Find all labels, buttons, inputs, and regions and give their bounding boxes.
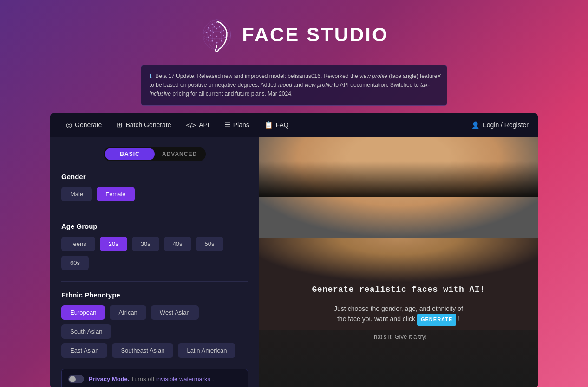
svg-point-24	[210, 35, 211, 36]
age-group-pills: Teens 20s 30s 40s 50s 60s	[61, 237, 248, 270]
privacy-toggle[interactable]	[68, 375, 84, 383]
logo-container: FACE STUDIO	[199, 14, 388, 56]
face-image-top	[259, 137, 538, 238]
faq-icon: 📋	[264, 121, 273, 129]
info-icon: ℹ	[150, 73, 152, 79]
nav-api-label: API	[199, 121, 209, 129]
nav-api[interactable]: </> API	[179, 117, 216, 133]
svg-point-27	[216, 36, 217, 37]
ethnicity-european[interactable]: European	[61, 305, 105, 320]
privacy-mode-label: Privacy Mode.	[89, 375, 129, 382]
ethnic-phenotype-title: Ethnic Phenotype	[61, 291, 248, 299]
face-image-bottom: Generate realistic faces with AI! Just c…	[259, 238, 538, 387]
svg-point-28	[220, 32, 221, 33]
ethnicity-latin-american[interactable]: Latin American	[178, 343, 235, 358]
nav-plans[interactable]: ☰ Plans	[218, 117, 256, 133]
svg-point-18	[214, 26, 215, 27]
gender-title: Gender	[61, 173, 248, 181]
age-group-title: Age Group	[61, 222, 248, 230]
user-icon: 👤	[471, 121, 479, 129]
api-icon: </>	[186, 121, 196, 129]
svg-point-26	[213, 32, 214, 33]
svg-point-15	[208, 37, 209, 38]
privacy-mode-row: Privacy Mode. Turns off invisible waterm…	[61, 369, 248, 387]
ethnic-phenotype-pills-row1: European African West Asian South Asian	[61, 305, 248, 339]
header: FACE STUDIO	[0, 0, 588, 65]
overlay-content: Generate realistic faces with AI! Just c…	[303, 276, 495, 349]
gender-pills: Male Female	[61, 187, 248, 201]
svg-point-23	[214, 39, 215, 39]
svg-point-22	[219, 39, 220, 39]
nav-generate-label: Generate	[75, 121, 102, 129]
svg-point-14	[212, 40, 213, 42]
logo-icon	[199, 14, 236, 56]
nav-batch-generate[interactable]: ⊞ Batch Generate	[110, 117, 177, 133]
privacy-highlight: invisible watermarks	[156, 375, 210, 382]
svg-point-19	[219, 26, 220, 27]
ethnic-phenotype-section: Ethnic Phenotype European African West A…	[61, 291, 248, 358]
ethnic-phenotype-pills-row2: East Asian Southeast Asian Latin America…	[61, 343, 248, 358]
gender-female[interactable]: Female	[97, 187, 134, 201]
generate-inline-badge: GENERATE	[417, 314, 456, 326]
nav-plans-label: Plans	[233, 121, 249, 129]
ethnicity-south-asian[interactable]: South Asian	[61, 324, 111, 339]
generate-icon: ◎	[66, 121, 72, 129]
batch-icon: ⊞	[117, 121, 123, 129]
overlay-desc: Just choose the gender, age, and ethnici…	[312, 303, 485, 326]
navbar: ◎ Generate ⊞ Batch Generate </> API ☰ Pl…	[50, 113, 538, 137]
age-30s[interactable]: 30s	[132, 237, 159, 251]
privacy-desc1: Turns off	[131, 375, 156, 382]
nav-batch-label: Batch Generate	[125, 121, 171, 129]
tab-switcher: BASIC ADVANCED	[104, 147, 206, 161]
age-60s[interactable]: 60s	[61, 256, 89, 270]
svg-point-20	[223, 30, 224, 31]
ethnicity-southeast-asian[interactable]: Southeast Asian	[112, 343, 173, 358]
left-panel: BASIC ADVANCED Gender Male Female Age Gr…	[50, 137, 259, 387]
svg-point-17	[210, 30, 211, 31]
svg-point-25	[216, 28, 217, 29]
divider-2	[61, 281, 248, 282]
tab-basic[interactable]: BASIC	[105, 148, 155, 160]
gender-section: Gender Male Female	[61, 173, 248, 201]
logo-text: FACE STUDIO	[242, 24, 388, 46]
svg-point-5	[208, 27, 209, 29]
nav-generate[interactable]: ◎ Generate	[59, 117, 108, 133]
toggle-knob	[69, 376, 76, 382]
login-register-button[interactable]: 👤 Login / Register	[471, 121, 529, 129]
svg-point-13	[216, 42, 218, 44]
announcement-banner: ℹ Beta 17 Update: Released new and impro…	[141, 65, 447, 106]
app-container: ◎ Generate ⊞ Batch Generate </> API ☰ Pl…	[50, 113, 538, 387]
gender-male[interactable]: Male	[61, 187, 92, 201]
banner-text: Beta 17 Update: Released new and improve…	[150, 73, 437, 97]
close-banner-button[interactable]: ×	[437, 70, 441, 82]
svg-point-16	[206, 32, 208, 33]
svg-point-2	[212, 20, 222, 50]
age-50s[interactable]: 50s	[196, 237, 223, 251]
privacy-label: Privacy Mode. Turns off invisible waterm…	[89, 375, 214, 382]
tab-advanced[interactable]: ADVANCED	[155, 148, 204, 160]
overlay-title: Generate realistic faces with AI!	[312, 285, 485, 294]
nav-faq[interactable]: 📋 FAQ	[258, 117, 295, 133]
svg-point-11	[225, 37, 226, 38]
ethnicity-african[interactable]: African	[110, 305, 146, 320]
nav-items: ◎ Generate ⊞ Batch Generate </> API ☰ Pl…	[59, 117, 471, 133]
image-overlay	[259, 137, 538, 198]
ethnicity-east-asian[interactable]: East Asian	[61, 343, 107, 358]
content-area: BASIC ADVANCED Gender Male Female Age Gr…	[50, 137, 538, 387]
divider-1	[61, 213, 248, 213]
overlay-sub: That's it! Give it a try!	[312, 333, 485, 340]
age-40s[interactable]: 40s	[164, 237, 191, 251]
svg-point-21	[223, 35, 224, 36]
svg-point-12	[221, 40, 222, 42]
nav-faq-label: FAQ	[276, 121, 289, 129]
login-register-label: Login / Register	[483, 121, 529, 129]
ethnicity-west-asian[interactable]: West Asian	[151, 305, 199, 320]
svg-point-6	[212, 24, 213, 25]
privacy-desc2: .	[212, 375, 214, 382]
plans-icon: ☰	[224, 121, 230, 129]
age-teens[interactable]: Teens	[61, 237, 95, 251]
right-panel: Generate realistic faces with AI! Just c…	[259, 137, 538, 387]
age-group-section: Age Group Teens 20s 30s 40s 50s 60s	[61, 222, 248, 270]
age-20s[interactable]: 20s	[100, 237, 127, 251]
